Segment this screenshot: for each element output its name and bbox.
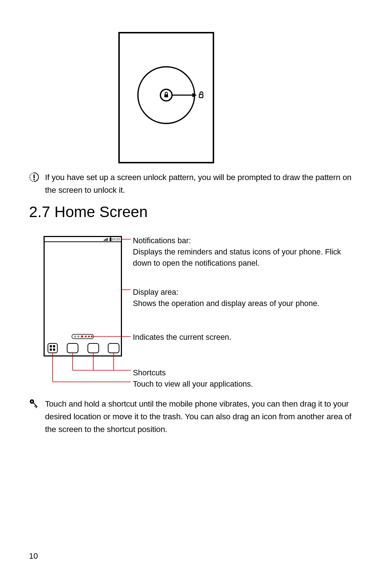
svg-rect-9 <box>44 237 122 356</box>
phone-mockup: 10:23 <box>44 236 122 356</box>
apps-icon <box>48 343 57 353</box>
svg-point-19 <box>78 336 79 337</box>
note-row: If you have set up a screen unlock patte… <box>29 171 363 197</box>
info-icon <box>29 172 40 197</box>
svg-point-22 <box>88 336 90 338</box>
svg-point-20 <box>81 335 83 338</box>
lock-screen-figure <box>118 32 214 163</box>
svg-point-8 <box>33 179 35 180</box>
svg-rect-7 <box>33 175 34 179</box>
shortcut-3 <box>108 343 119 353</box>
svg-rect-24 <box>48 343 57 353</box>
callout-display-area: Display area: Shows the operation and di… <box>133 287 319 309</box>
svg-rect-12 <box>105 239 106 241</box>
home-screen-diagram: 10:23 <box>44 236 363 388</box>
page-indicator <box>72 334 94 339</box>
svg-point-39 <box>31 401 33 402</box>
signal-icon <box>104 238 108 241</box>
callout-apps: Touch to view all your applications. <box>133 379 253 390</box>
battery-icon <box>110 237 111 241</box>
svg-point-18 <box>74 336 76 337</box>
svg-rect-14 <box>107 238 108 241</box>
key-icon <box>29 399 40 436</box>
svg-point-23 <box>91 336 93 338</box>
svg-rect-27 <box>50 348 52 351</box>
shortcut-1 <box>67 343 78 353</box>
callout-shortcuts: Shortcuts <box>133 367 166 379</box>
callout-indicator: Indicates the current screen. <box>133 332 231 343</box>
page: If you have set up a screen unlock patte… <box>0 0 392 587</box>
shortcut-2 <box>88 343 99 353</box>
section-heading: 2.7 Home Screen <box>29 203 148 221</box>
svg-point-21 <box>85 336 87 338</box>
svg-rect-15 <box>110 238 111 241</box>
tip-text: Touch and hold a shortcut until the mobi… <box>45 398 363 436</box>
status-time: 10:23 <box>111 237 120 241</box>
tip-row: Touch and hold a shortcut until the mobi… <box>29 398 363 436</box>
svg-rect-26 <box>53 345 55 347</box>
svg-rect-3 <box>164 94 168 97</box>
svg-rect-11 <box>104 240 105 241</box>
svg-rect-25 <box>50 345 52 347</box>
svg-rect-16 <box>110 237 111 238</box>
page-number: 10 <box>29 551 38 561</box>
svg-rect-28 <box>53 348 55 351</box>
svg-rect-6 <box>199 94 203 98</box>
callout-notifications: Notifications bar: Displays the reminder… <box>133 235 358 269</box>
svg-rect-13 <box>106 239 107 241</box>
note-text: If you have set up a screen unlock patte… <box>45 171 363 197</box>
